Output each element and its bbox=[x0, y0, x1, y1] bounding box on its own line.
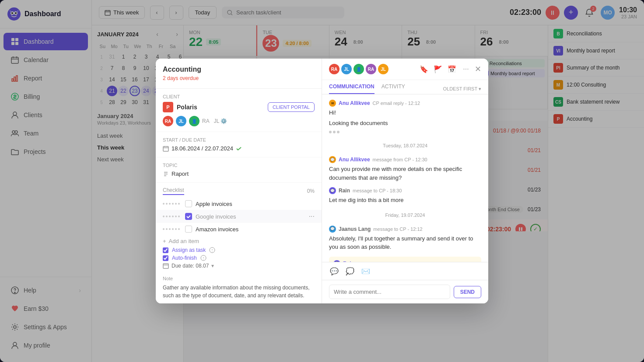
comment-input[interactable] bbox=[329, 285, 450, 299]
msg-type-row: 💬 💭 ✉️ bbox=[322, 262, 488, 280]
msg-bubble-icon[interactable]: 💬 bbox=[329, 266, 340, 276]
comment-icon-4: 💬 bbox=[329, 226, 336, 233]
modal-container: Accounting 2 days overdue Client P Polar… bbox=[156, 59, 488, 303]
comment-1: ✉ Anu Allikvee CP email reply - 12:12 Hi… bbox=[329, 100, 481, 135]
modal-topic-section: Topic Raport bbox=[156, 157, 322, 183]
msg-email-icon[interactable]: ✉️ bbox=[360, 266, 371, 276]
flag-icon[interactable]: 🚩 bbox=[433, 64, 443, 74]
date-divider-2: Friday, 19.07.2024 bbox=[329, 210, 481, 220]
comment-2: 💬 Anu Allikvee message from CP - 12:30 C… bbox=[329, 156, 481, 182]
assign-checkbox[interactable] bbox=[163, 247, 168, 253]
modal-overlay: Accounting 2 days overdue Client P Polar… bbox=[0, 0, 644, 362]
comment-5: 💬 Rain comment - 13:25 I've already star… bbox=[329, 257, 481, 262]
comment-input-row: SEND bbox=[322, 280, 488, 303]
modal-title: Accounting bbox=[163, 66, 315, 73]
client-initial-badge: P bbox=[163, 102, 173, 112]
check-dates-icon bbox=[236, 146, 242, 152]
add-assignee-btn[interactable]: RA bbox=[202, 118, 210, 124]
checklist-section: Checklist 0% Apple invoices Google invoi… bbox=[156, 183, 322, 247]
modal-right: RA JL 👤 RA JL 🔖 🚩 📅 ··· ✕ COMMUNICATION … bbox=[322, 59, 488, 303]
member-jl: JL bbox=[341, 64, 352, 74]
clock-action-icon[interactable]: 📅 bbox=[447, 64, 457, 74]
member-img: 👤 bbox=[354, 64, 364, 74]
comments-area: ✉ Anu Allikvee CP email reply - 12:12 Hi… bbox=[322, 94, 488, 262]
assignee-img: 👤 bbox=[189, 116, 200, 126]
overdue-badge: 2 days overdue bbox=[163, 75, 315, 81]
modal-client-section: Client P Polaris CLIENT PORTAL RA JL 👤 R… bbox=[156, 89, 322, 132]
modal-client-name: Polaris bbox=[177, 104, 197, 111]
checklist-item-2[interactable]: Google invoices ··· bbox=[156, 210, 322, 223]
send-comment-btn[interactable]: SEND bbox=[454, 286, 481, 298]
auto-finish-checkbox[interactable] bbox=[163, 255, 168, 261]
add-checklist-item[interactable]: + Add an item bbox=[156, 235, 322, 247]
comment-4: 💬 Jaanus Lang message to CP - 12:12 Abso… bbox=[329, 226, 481, 251]
members-avatars: RA JL 👤 RA JL bbox=[329, 64, 388, 74]
checklist-item-1[interactable]: Apple invoices bbox=[156, 198, 322, 210]
comment-icon-2: 💬 bbox=[329, 156, 336, 163]
typing-indicator bbox=[329, 129, 481, 135]
checklist-item-3[interactable]: Amazon invoices bbox=[156, 223, 322, 235]
info-icon bbox=[209, 247, 215, 253]
modal-close-btn[interactable]: ✕ bbox=[475, 64, 481, 74]
item-more-btn[interactable]: ··· bbox=[309, 212, 315, 220]
modal-left: Accounting 2 days overdue Client P Polar… bbox=[156, 59, 322, 303]
more-icon[interactable]: ··· bbox=[461, 64, 471, 74]
svg-rect-25 bbox=[163, 146, 168, 151]
assignee-ra: RA bbox=[163, 116, 173, 126]
due-date-icon bbox=[163, 263, 169, 269]
bookmark-icon[interactable]: 🔖 bbox=[419, 64, 429, 74]
sort-label[interactable]: OLDEST FIRST ▾ bbox=[443, 84, 481, 94]
topic-icon bbox=[163, 171, 169, 177]
assignees-row: RA JL 👤 RA JL ⚙️ bbox=[163, 116, 315, 126]
assignee-jl: JL bbox=[176, 116, 186, 126]
manage-assignees-btn[interactable]: JL ⚙️ bbox=[214, 118, 228, 124]
checkbox-apple[interactable] bbox=[185, 200, 192, 207]
member-jl2: JL bbox=[378, 64, 388, 74]
comment-3: 💬 Rain message to CP - 18:30 Let me dig … bbox=[329, 187, 481, 205]
client-portal-btn[interactable]: CLIENT PORTAL bbox=[268, 102, 315, 112]
modal-actions: 🔖 🚩 📅 ··· ✕ bbox=[419, 64, 481, 74]
svg-rect-28 bbox=[163, 264, 168, 268]
checkbox-amazon[interactable] bbox=[185, 226, 192, 233]
tab-activity[interactable]: ACTIVITY bbox=[382, 84, 405, 94]
modal-header: Accounting 2 days overdue bbox=[156, 59, 322, 89]
comment-icon-3: 💬 bbox=[329, 187, 336, 194]
date-divider-1: Tuesday, 18.07.2024 bbox=[329, 140, 481, 151]
checkbox-google[interactable] bbox=[185, 213, 192, 220]
modal-note: Note Gather any available information ab… bbox=[156, 272, 322, 303]
tabs-row: COMMUNICATION ACTIVITY OLDEST FIRST ▾ bbox=[322, 80, 488, 94]
info-icon-2 bbox=[200, 255, 206, 261]
due-date-dropdown[interactable]: ▾ bbox=[211, 263, 214, 269]
modal-right-header: RA JL 👤 RA JL 🔖 🚩 📅 ··· ✕ bbox=[322, 59, 488, 80]
member-ra: RA bbox=[329, 64, 340, 74]
member-ra2: RA bbox=[366, 64, 376, 74]
tab-communication[interactable]: COMMUNICATION bbox=[329, 84, 374, 94]
modal-dates-section: Start / Due date 18.06.2024 / 22.07.2024 bbox=[156, 132, 322, 157]
calendar-date-icon bbox=[163, 146, 169, 152]
task-sub-items: Assign as task Auto-finish Due date: 08.… bbox=[156, 247, 322, 272]
comment-icon-1: ✉ bbox=[329, 100, 336, 107]
msg-circle-icon[interactable]: 💭 bbox=[345, 266, 355, 276]
